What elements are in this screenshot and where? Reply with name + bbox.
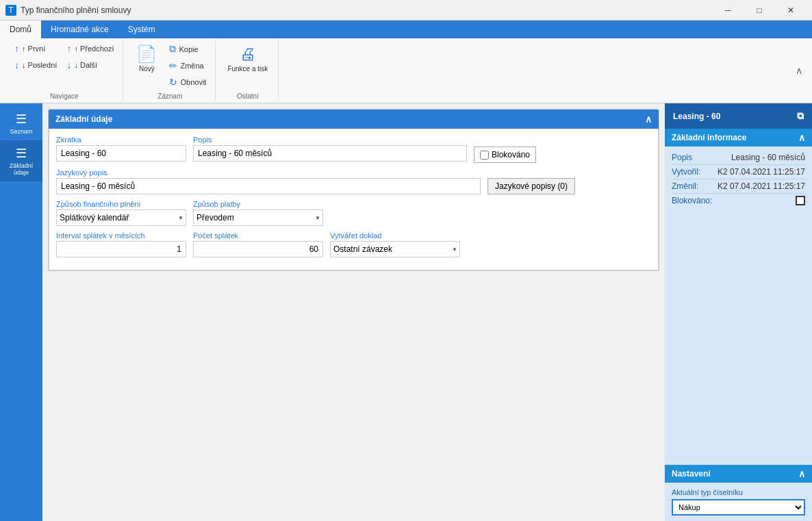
ribbon-collapse-area: ∧ bbox=[791, 41, 807, 100]
zmena-icon: ✏ bbox=[169, 60, 177, 71]
main-content: Základní údaje ∧ Zkratka Popis bbox=[42, 103, 665, 521]
field-zpusob-fin: Způsob finančního plnění Splátkový kalen… bbox=[56, 200, 186, 226]
ribbon-group-ostatni: 🖨 Funkce a tisk Ostatní bbox=[217, 41, 279, 100]
right-nastaveni-body: Aktuální typ číselníku Nákup bbox=[665, 483, 812, 521]
ribbon: Domů Hromadné akce Systém ↑ ↑ První ↓ ↓ … bbox=[0, 21, 812, 103]
jazykove-popisy-label: Jazykové popisy (0) bbox=[495, 181, 568, 191]
field-jazykovy: Jazykový popis bbox=[56, 168, 481, 194]
btn-zmena[interactable]: ✏ Změna bbox=[166, 58, 210, 73]
popis-label: Popis bbox=[193, 136, 467, 144]
sidebar: ☰ Seznam ☰ Základní údaje bbox=[0, 103, 42, 521]
seznam-icon: ☰ bbox=[16, 112, 27, 127]
zkratka-label: Zkratka bbox=[56, 136, 186, 144]
zakladni-icon: ☰ bbox=[16, 146, 27, 161]
right-zakladni-body: Popis Leasing - 60 měsíců Vytvořil: K2 0… bbox=[665, 147, 812, 212]
navigace-buttons: ↑ ↑ První ↓ ↓ Poslední ↑ ↑ Předchozí bbox=[11, 41, 117, 90]
row-zpusoby: Způsob finančního plnění Splátkový kalen… bbox=[56, 200, 651, 226]
section-body: Zkratka Popis Blokováno bbox=[49, 129, 659, 270]
novy-icon: 📄 bbox=[136, 45, 157, 64]
ostatni-buttons: 🖨 Funkce a tisk bbox=[223, 41, 272, 90]
btn-predchozi[interactable]: ↑ ↑ Předchozí bbox=[63, 41, 117, 56]
btn-funkce[interactable]: 🖨 Funkce a tisk bbox=[223, 41, 272, 76]
interval-input[interactable] bbox=[56, 241, 186, 257]
interval-label: Interval splátek v měsících bbox=[56, 231, 186, 240]
close-button[interactable]: ✕ bbox=[775, 0, 807, 21]
zakladni-label: Základní údaje bbox=[3, 162, 40, 176]
section-collapse-button[interactable]: ∧ bbox=[645, 114, 652, 125]
aktualni-typ-select[interactable]: Nákup bbox=[672, 499, 805, 516]
app-container: Domů Hromadné akce Systém ↑ ↑ První ↓ ↓ … bbox=[0, 21, 812, 521]
right-info-vytvoril: Vytvořil: K2 07.04.2021 11:25:17 bbox=[672, 165, 805, 179]
seznam-label: Seznam bbox=[10, 128, 32, 135]
tab-system[interactable]: Systém bbox=[118, 21, 165, 38]
pocet-input[interactable] bbox=[193, 241, 323, 257]
field-pocet: Počet splátek bbox=[193, 231, 323, 257]
predchozi-icon: ↑ bbox=[66, 43, 71, 54]
ostatni-label: Ostatní bbox=[237, 90, 259, 100]
zkratka-input[interactable] bbox=[56, 145, 186, 162]
popis-input[interactable] bbox=[193, 145, 467, 162]
tab-hromadne[interactable]: Hromadné akce bbox=[41, 21, 118, 38]
blokovano-checkbox[interactable] bbox=[480, 151, 489, 160]
right-zakladni-title: Základní informace bbox=[672, 133, 746, 142]
minimize-button[interactable]: ─ bbox=[712, 0, 744, 21]
right-zakladni-section: Základní informace ∧ Popis Leasing - 60 … bbox=[665, 129, 812, 212]
pocet-label: Počet splátek bbox=[193, 231, 323, 240]
sidebar-item-seznam[interactable]: ☰ Seznam bbox=[0, 106, 42, 140]
right-popis-label: Popis bbox=[672, 153, 692, 162]
dalsi-label: ↓ Další bbox=[74, 61, 97, 69]
aktualni-typ-label: Aktuální typ číselníku bbox=[672, 488, 805, 496]
right-info-zmenil: Změnil: K2 07.04.2021 11:25:17 bbox=[672, 179, 805, 194]
zpusob-fin-label: Způsob finančního plnění bbox=[56, 200, 186, 208]
maximize-button[interactable]: □ bbox=[744, 0, 775, 21]
tab-domu[interactable]: Domů bbox=[0, 21, 41, 38]
btn-posledni[interactable]: ↓ ↓ Poslední bbox=[11, 58, 60, 73]
section-title: Základní údaje bbox=[55, 114, 112, 124]
sidebar-item-zakladni[interactable]: ☰ Základní údaje bbox=[0, 140, 42, 181]
btn-novy[interactable]: 📄 Nový bbox=[130, 41, 163, 76]
dalsi-icon: ↓ bbox=[66, 60, 71, 71]
prvni-icon: ↑ bbox=[14, 43, 19, 54]
right-nastaveni-header: Nastavení ∧ bbox=[665, 465, 812, 483]
right-nastaveni-section: Nastavení ∧ Aktuální typ číselníku Nákup bbox=[665, 465, 812, 521]
ribbon-group-zaznam: 📄 Nový ⧉ Kopie ✏ Změna ↻ bbox=[125, 41, 216, 100]
field-zpusob-platby: Způsob platby Převodem bbox=[193, 200, 323, 226]
btn-kopie[interactable]: ⧉ Kopie bbox=[166, 41, 210, 57]
navigace-label: Navigace bbox=[50, 90, 79, 100]
zpusob-fin-select[interactable]: Splátkový kalendář bbox=[56, 209, 186, 226]
posledni-label: ↓ Poslední bbox=[22, 61, 57, 69]
right-panel: Leasing - 60 ⧉ Základní informace ∧ Popi… bbox=[665, 103, 812, 521]
ribbon-tabs: Domů Hromadné akce Systém bbox=[0, 21, 812, 38]
right-vytvoril-value: K2 07.04.2021 11:25:17 bbox=[718, 167, 805, 177]
ribbon-collapse-button[interactable]: ∧ bbox=[791, 64, 807, 77]
right-blokovano-checkbox[interactable] bbox=[796, 196, 805, 205]
right-panel-title: Leasing - 60 bbox=[673, 112, 720, 121]
jazykove-popisy-button[interactable]: Jazykové popisy (0) bbox=[487, 178, 575, 194]
vytvar-select[interactable]: Ostatní závazek bbox=[330, 241, 460, 257]
btn-dalsi[interactable]: ↓ ↓ Další bbox=[63, 58, 117, 73]
right-nastaveni-collapse[interactable]: ∧ bbox=[798, 468, 805, 479]
zpusob-platby-select[interactable]: Převodem bbox=[193, 209, 323, 226]
external-link-icon[interactable]: ⧉ bbox=[797, 110, 804, 122]
right-vytvoril-label: Vytvořil: bbox=[672, 167, 700, 177]
blokovano-label: Blokováno bbox=[492, 150, 530, 160]
row-zkratka-popis: Zkratka Popis Blokováno bbox=[56, 136, 651, 163]
jazykovy-input[interactable] bbox=[56, 178, 481, 194]
ribbon-content: ↑ ↑ První ↓ ↓ Poslední ↑ ↑ Předchozí bbox=[0, 38, 812, 103]
aktualni-typ-select-wrapper: Nákup bbox=[672, 499, 805, 516]
right-zakladni-collapse[interactable]: ∧ bbox=[798, 132, 805, 143]
vytvar-select-wrapper: Ostatní závazek bbox=[330, 241, 460, 257]
zpusob-platby-label: Způsob platby bbox=[193, 200, 323, 208]
btn-prvni[interactable]: ↑ ↑ První bbox=[11, 41, 60, 56]
zpusob-fin-select-wrapper: Splátkový kalendář bbox=[56, 209, 186, 226]
nav-col-1: ↑ ↑ První ↓ ↓ Poslední bbox=[11, 41, 60, 73]
novy-label: Nový bbox=[139, 65, 155, 73]
nav-col-2: ↑ ↑ Předchozí ↓ ↓ Další bbox=[63, 41, 117, 73]
field-vytvar: Vytvářet doklad Ostatní závazek bbox=[330, 231, 460, 257]
zaznam-label: Záznam bbox=[157, 90, 182, 100]
btn-obnovit[interactable]: ↻ Obnovit bbox=[166, 75, 210, 90]
right-spacer bbox=[665, 212, 812, 465]
window-title: Typ finančního plnění smlouvy bbox=[21, 5, 712, 15]
field-popis: Popis bbox=[193, 136, 467, 163]
field-zkratka: Zkratka bbox=[56, 136, 186, 163]
